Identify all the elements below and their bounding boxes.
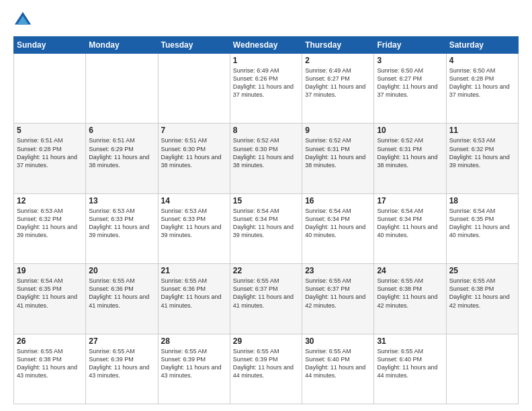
- day-info: Sunrise: 6:55 AM Sunset: 6:39 PM Dayligh…: [233, 347, 299, 380]
- day-number: 2: [305, 56, 371, 65]
- calendar-cell: 26Sunrise: 6:55 AM Sunset: 6:38 PM Dayli…: [14, 334, 86, 404]
- calendar-cell: 15Sunrise: 6:54 AM Sunset: 6:34 PM Dayli…: [230, 193, 302, 263]
- day-info: Sunrise: 6:55 AM Sunset: 6:37 PM Dayligh…: [233, 277, 299, 310]
- day-info: Sunrise: 6:49 AM Sunset: 6:27 PM Dayligh…: [305, 66, 371, 99]
- calendar-week-row: 12Sunrise: 6:53 AM Sunset: 6:32 PM Dayli…: [14, 193, 519, 263]
- day-info: Sunrise: 6:52 AM Sunset: 6:31 PM Dayligh…: [305, 136, 371, 169]
- day-number: 16: [305, 196, 371, 205]
- day-info: Sunrise: 6:55 AM Sunset: 6:40 PM Dayligh…: [377, 347, 443, 380]
- day-info: Sunrise: 6:55 AM Sunset: 6:38 PM Dayligh…: [17, 347, 83, 380]
- calendar-cell: 29Sunrise: 6:55 AM Sunset: 6:39 PM Dayli…: [230, 334, 302, 404]
- calendar-cell: 30Sunrise: 6:55 AM Sunset: 6:40 PM Dayli…: [302, 334, 374, 404]
- calendar-week-row: 1Sunrise: 6:49 AM Sunset: 6:26 PM Daylig…: [14, 54, 519, 124]
- calendar-cell: [446, 334, 518, 404]
- calendar-cell: 23Sunrise: 6:55 AM Sunset: 6:37 PM Dayli…: [302, 264, 374, 334]
- day-number: 25: [449, 266, 515, 275]
- day-number: 22: [233, 266, 299, 275]
- logo-icon: [13, 11, 32, 30]
- calendar-cell: 20Sunrise: 6:55 AM Sunset: 6:36 PM Dayli…: [86, 264, 158, 334]
- calendar-cell: 12Sunrise: 6:53 AM Sunset: 6:32 PM Dayli…: [14, 193, 86, 263]
- day-number: 20: [89, 266, 154, 275]
- day-number: 17: [377, 196, 443, 205]
- day-number: 5: [17, 126, 83, 135]
- calendar-week-row: 26Sunrise: 6:55 AM Sunset: 6:38 PM Dayli…: [14, 334, 519, 404]
- calendar-cell: [14, 54, 86, 124]
- day-info: Sunrise: 6:52 AM Sunset: 6:30 PM Dayligh…: [233, 136, 299, 169]
- weekday-header: Sunday: [14, 37, 86, 54]
- calendar-cell: 27Sunrise: 6:55 AM Sunset: 6:39 PM Dayli…: [86, 334, 158, 404]
- day-number: 8: [233, 126, 299, 135]
- weekday-header: Wednesday: [230, 37, 302, 54]
- calendar-cell: 13Sunrise: 6:53 AM Sunset: 6:33 PM Dayli…: [86, 193, 158, 263]
- calendar-cell: 28Sunrise: 6:55 AM Sunset: 6:39 PM Dayli…: [158, 334, 230, 404]
- calendar-week-row: 19Sunrise: 6:54 AM Sunset: 6:35 PM Dayli…: [14, 264, 519, 334]
- day-info: Sunrise: 6:52 AM Sunset: 6:31 PM Dayligh…: [377, 136, 443, 169]
- day-info: Sunrise: 6:49 AM Sunset: 6:26 PM Dayligh…: [233, 66, 299, 99]
- calendar-cell: 24Sunrise: 6:55 AM Sunset: 6:38 PM Dayli…: [374, 264, 446, 334]
- weekday-header: Monday: [86, 37, 158, 54]
- day-info: Sunrise: 6:53 AM Sunset: 6:33 PM Dayligh…: [89, 207, 154, 240]
- day-info: Sunrise: 6:53 AM Sunset: 6:33 PM Dayligh…: [161, 207, 227, 240]
- calendar-cell: 25Sunrise: 6:55 AM Sunset: 6:38 PM Dayli…: [446, 264, 518, 334]
- day-number: 26: [17, 336, 83, 346]
- day-info: Sunrise: 6:54 AM Sunset: 6:34 PM Dayligh…: [233, 207, 299, 240]
- day-number: 1: [233, 56, 299, 65]
- day-info: Sunrise: 6:55 AM Sunset: 6:39 PM Dayligh…: [89, 347, 154, 380]
- calendar-cell: 1Sunrise: 6:49 AM Sunset: 6:26 PM Daylig…: [230, 54, 302, 124]
- day-number: 7: [161, 126, 227, 135]
- day-number: 23: [305, 266, 371, 275]
- day-number: 15: [233, 196, 299, 205]
- day-info: Sunrise: 6:54 AM Sunset: 6:34 PM Dayligh…: [305, 207, 371, 240]
- day-number: 29: [233, 336, 299, 346]
- weekday-header: Saturday: [446, 37, 518, 54]
- day-info: Sunrise: 6:50 AM Sunset: 6:28 PM Dayligh…: [449, 66, 515, 99]
- day-info: Sunrise: 6:55 AM Sunset: 6:37 PM Dayligh…: [305, 277, 371, 310]
- day-number: 14: [161, 196, 227, 205]
- calendar-week-row: 5Sunrise: 6:51 AM Sunset: 6:28 PM Daylig…: [14, 124, 519, 193]
- day-number: 4: [449, 56, 515, 65]
- calendar-cell: 8Sunrise: 6:52 AM Sunset: 6:30 PM Daylig…: [230, 124, 302, 193]
- calendar-cell: 6Sunrise: 6:51 AM Sunset: 6:29 PM Daylig…: [86, 124, 158, 193]
- day-number: 21: [161, 266, 227, 275]
- day-number: 11: [449, 126, 515, 135]
- calendar-cell: 17Sunrise: 6:54 AM Sunset: 6:34 PM Dayli…: [374, 193, 446, 263]
- calendar-cell: 22Sunrise: 6:55 AM Sunset: 6:37 PM Dayli…: [230, 264, 302, 334]
- day-number: 28: [161, 336, 227, 346]
- calendar-cell: 3Sunrise: 6:50 AM Sunset: 6:27 PM Daylig…: [374, 54, 446, 124]
- day-info: Sunrise: 6:55 AM Sunset: 6:40 PM Dayligh…: [305, 347, 371, 380]
- day-info: Sunrise: 6:51 AM Sunset: 6:28 PM Dayligh…: [17, 136, 83, 169]
- day-number: 24: [377, 266, 443, 275]
- day-info: Sunrise: 6:55 AM Sunset: 6:39 PM Dayligh…: [161, 347, 227, 380]
- calendar-cell: [86, 54, 158, 124]
- calendar-cell: [158, 54, 230, 124]
- day-number: 10: [377, 126, 443, 135]
- page: SundayMondayTuesdayWednesdayThursdayFrid…: [0, 0, 532, 411]
- day-number: 13: [89, 196, 154, 205]
- day-info: Sunrise: 6:50 AM Sunset: 6:27 PM Dayligh…: [377, 66, 443, 99]
- calendar-cell: 5Sunrise: 6:51 AM Sunset: 6:28 PM Daylig…: [14, 124, 86, 193]
- day-number: 3: [377, 56, 443, 65]
- day-info: Sunrise: 6:55 AM Sunset: 6:36 PM Dayligh…: [89, 277, 154, 310]
- weekday-header: Tuesday: [158, 37, 230, 54]
- day-info: Sunrise: 6:55 AM Sunset: 6:38 PM Dayligh…: [449, 277, 515, 310]
- logo: [13, 11, 35, 30]
- calendar-cell: 16Sunrise: 6:54 AM Sunset: 6:34 PM Dayli…: [302, 193, 374, 263]
- day-info: Sunrise: 6:54 AM Sunset: 6:35 PM Dayligh…: [17, 277, 83, 310]
- day-info: Sunrise: 6:54 AM Sunset: 6:34 PM Dayligh…: [377, 207, 443, 240]
- weekday-header-row: SundayMondayTuesdayWednesdayThursdayFrid…: [14, 37, 519, 54]
- calendar-cell: 10Sunrise: 6:52 AM Sunset: 6:31 PM Dayli…: [374, 124, 446, 193]
- calendar-cell: 2Sunrise: 6:49 AM Sunset: 6:27 PM Daylig…: [302, 54, 374, 124]
- weekday-header: Friday: [374, 37, 446, 54]
- day-number: 31: [377, 336, 443, 346]
- weekday-header: Thursday: [302, 37, 374, 54]
- calendar-cell: 18Sunrise: 6:54 AM Sunset: 6:35 PM Dayli…: [446, 193, 518, 263]
- day-info: Sunrise: 6:53 AM Sunset: 6:32 PM Dayligh…: [17, 207, 83, 240]
- day-number: 6: [89, 126, 154, 135]
- day-info: Sunrise: 6:53 AM Sunset: 6:32 PM Dayligh…: [449, 136, 515, 169]
- day-info: Sunrise: 6:55 AM Sunset: 6:38 PM Dayligh…: [377, 277, 443, 310]
- calendar-table: SundayMondayTuesdayWednesdayThursdayFrid…: [13, 36, 519, 404]
- calendar-cell: 14Sunrise: 6:53 AM Sunset: 6:33 PM Dayli…: [158, 193, 230, 263]
- day-info: Sunrise: 6:55 AM Sunset: 6:36 PM Dayligh…: [161, 277, 227, 310]
- calendar-cell: 4Sunrise: 6:50 AM Sunset: 6:28 PM Daylig…: [446, 54, 518, 124]
- day-info: Sunrise: 6:51 AM Sunset: 6:30 PM Dayligh…: [161, 136, 227, 169]
